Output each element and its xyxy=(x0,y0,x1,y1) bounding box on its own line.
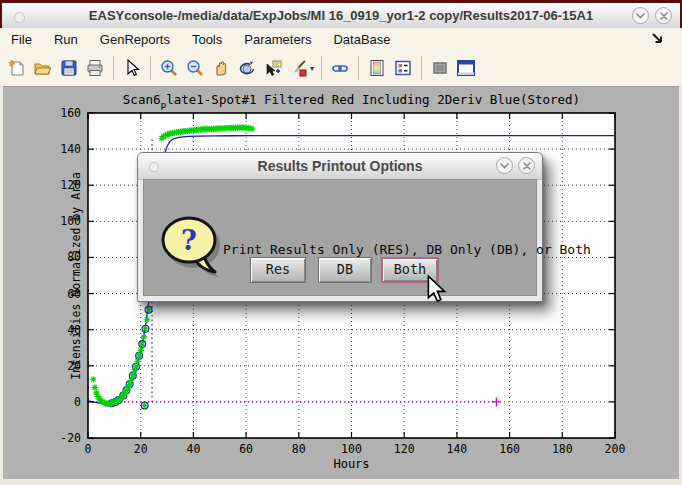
colorbar-icon xyxy=(367,58,387,78)
open-folder-icon xyxy=(33,58,53,78)
svg-text:60: 60 xyxy=(239,442,253,456)
legend-icon xyxy=(393,58,413,78)
zoom-out-button[interactable] xyxy=(182,55,208,81)
dialog-titlebar[interactable]: Results Printout Options xyxy=(138,153,542,180)
save-button[interactable] xyxy=(56,55,82,81)
svg-text:80: 80 xyxy=(292,442,306,456)
res-button[interactable]: Res xyxy=(250,257,306,283)
menubar: File Run GenReports Tools Parameters Dat… xyxy=(0,28,682,50)
svg-text:100: 100 xyxy=(341,442,362,456)
pan-tool-button[interactable] xyxy=(208,55,234,81)
plot-tools-window-icon xyxy=(455,58,477,78)
print-button[interactable] xyxy=(82,55,108,81)
figure-window: EASYconsole-/media/data/ExpJobs/MI 16_09… xyxy=(0,0,682,485)
dialog-title: Results Printout Options xyxy=(138,158,542,174)
menu-run[interactable]: Run xyxy=(43,30,89,49)
menu-genreports[interactable]: GenReports xyxy=(89,30,181,49)
zoom-out-icon xyxy=(185,58,205,78)
svg-text:?: ? xyxy=(181,225,197,256)
insert-colorbar-button[interactable] xyxy=(364,55,390,81)
mouse-cursor-icon xyxy=(426,275,448,303)
menu-file[interactable]: File xyxy=(0,30,43,49)
svg-text:20: 20 xyxy=(134,442,148,456)
rotate-3d-button[interactable] xyxy=(234,55,260,81)
data-cursor-button[interactable] xyxy=(260,55,286,81)
rotate-3d-icon xyxy=(237,58,257,78)
dialog-menu-icon[interactable] xyxy=(149,162,159,172)
pan-hand-icon xyxy=(211,58,231,78)
brush-button[interactable] xyxy=(286,55,312,81)
toolbar: ▾ xyxy=(0,50,682,86)
question-icon: ? xyxy=(159,213,221,277)
window-menu-icon[interactable] xyxy=(14,12,25,23)
new-file-button[interactable] xyxy=(4,55,30,81)
toolbar-separator xyxy=(321,56,322,80)
db-button[interactable]: DB xyxy=(318,257,372,283)
toolbar-separator xyxy=(113,56,114,80)
menu-overflow-icon[interactable] xyxy=(651,32,664,48)
chevron-down-icon xyxy=(636,13,645,19)
zoom-in-icon xyxy=(159,58,179,78)
dialog-close-button[interactable] xyxy=(518,157,535,174)
print-icon xyxy=(85,58,105,78)
menu-database[interactable]: DataBase xyxy=(322,30,401,49)
show-plot-tools-button[interactable] xyxy=(453,55,479,81)
open-file-button[interactable] xyxy=(30,55,56,81)
menu-tools[interactable]: Tools xyxy=(181,30,233,49)
close-button[interactable] xyxy=(655,7,672,24)
svg-text:200: 200 xyxy=(605,442,626,456)
svg-text:160: 160 xyxy=(60,106,81,120)
square-icon xyxy=(430,58,450,78)
svg-text:180: 180 xyxy=(552,442,573,456)
toolbar-separator xyxy=(358,56,359,80)
window-titlebar: EASYconsole-/media/data/ExpJobs/MI 16_09… xyxy=(0,0,682,28)
save-icon xyxy=(59,58,79,78)
svg-text:160: 160 xyxy=(499,442,520,456)
toolbar-separator xyxy=(150,56,151,80)
chevron-down-icon xyxy=(500,163,509,169)
pointer-tool-button[interactable] xyxy=(119,55,145,81)
zoom-in-button[interactable] xyxy=(156,55,182,81)
close-icon xyxy=(523,162,531,170)
brush-dropdown-icon[interactable]: ▾ xyxy=(310,64,314,73)
plain-square-button[interactable] xyxy=(427,55,453,81)
insert-legend-button[interactable] xyxy=(390,55,416,81)
pointer-icon xyxy=(122,58,142,78)
x-axis-label: Hours xyxy=(88,457,615,471)
svg-text:40: 40 xyxy=(186,442,200,456)
svg-text:140: 140 xyxy=(447,442,468,456)
toolbar-separator xyxy=(421,56,422,80)
dialog-minimize-button[interactable] xyxy=(496,157,513,174)
link-icon xyxy=(330,58,350,78)
brush-icon xyxy=(289,58,309,78)
menu-parameters[interactable]: Parameters xyxy=(233,30,322,49)
new-file-icon xyxy=(7,58,27,78)
svg-text:120: 120 xyxy=(394,442,415,456)
close-icon xyxy=(660,12,668,20)
y-axis-label: Intensities Normalized by Area xyxy=(69,126,83,426)
results-printout-dialog: Results Printout Options ? Print Results… xyxy=(137,152,543,302)
minimize-button[interactable] xyxy=(632,7,649,24)
data-cursor-icon xyxy=(263,58,283,78)
dialog-message: Print Results Only (RES), DB Only (DB), … xyxy=(223,242,591,257)
link-plots-button[interactable] xyxy=(327,55,353,81)
svg-text:-20: -20 xyxy=(60,431,81,445)
window-title: EASYconsole-/media/data/ExpJobs/MI 16_09… xyxy=(2,8,680,23)
svg-text:0: 0 xyxy=(85,442,92,456)
plot-title: Scan6plate1-Spot#1 Filtered Red Includin… xyxy=(88,92,615,110)
